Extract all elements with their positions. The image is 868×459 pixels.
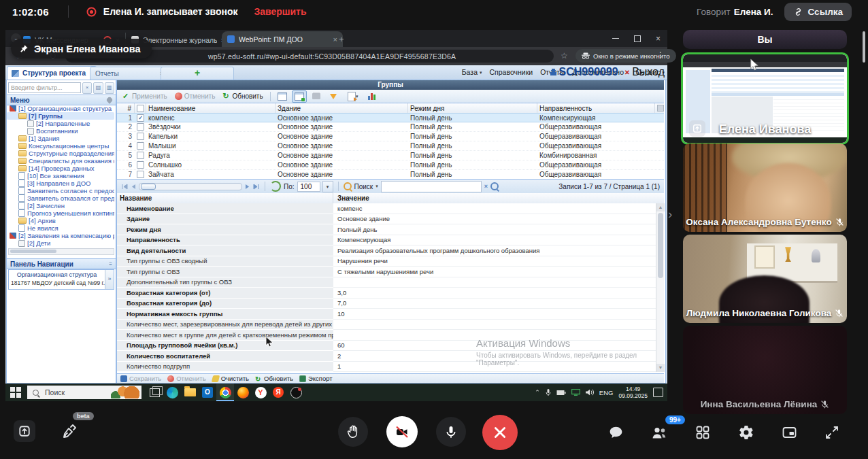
details-column-value[interactable]: Значение	[333, 193, 664, 203]
tray-chevron-icon[interactable]: ⌃	[535, 389, 540, 396]
column-header-num[interactable]: #	[117, 103, 135, 113]
stop-recording-button[interactable]: Завершить	[254, 6, 307, 17]
table-row[interactable]: 4 Малыши Основное здание Полный день Общ…	[117, 141, 664, 151]
raise-hand-button[interactable]	[338, 417, 368, 447]
bookmark-star-icon[interactable]: ☆	[561, 51, 568, 61]
table-row[interactable]: 6 Солнышко Основное здание Полный день О…	[117, 160, 664, 170]
browser-menu-icon[interactable]: ⋮	[656, 50, 665, 60]
expand-nav-button[interactable]: »	[105, 270, 114, 289]
details-scrollbar[interactable]: ▲ ▼	[656, 203, 664, 372]
scroll-up-icon[interactable]: ▲	[656, 203, 665, 211]
scroll-down-icon[interactable]: ▼	[656, 364, 665, 372]
chat-button[interactable]	[607, 424, 624, 441]
tree-item[interactable]: Заявитель согласен с предоставлен	[7, 187, 114, 194]
collapse-panel-icon[interactable]: ≡	[109, 261, 112, 267]
task-view-button[interactable]	[146, 384, 163, 401]
apps-grid-button[interactable]	[695, 424, 711, 441]
org-structure-link[interactable]: Организационная структура	[11, 271, 103, 278]
tree-item[interactable]: [2] Дети	[7, 239, 114, 247]
tree-item[interactable]: Прогноз уменьшения контингента	[7, 209, 114, 217]
camera-toggle-button[interactable]	[386, 416, 418, 447]
tree-item[interactable]: [7] Группы	[7, 112, 114, 120]
participant-tile[interactable]: Оксана Александровна Бутенко	[683, 143, 847, 232]
tray-battery-icon[interactable]	[556, 390, 566, 396]
collapse-all-button[interactable]: ▥	[105, 82, 114, 94]
yandex-button[interactable]: Я	[269, 384, 287, 401]
pin-panel-icon[interactable]	[105, 96, 113, 103]
start-button[interactable]	[10, 387, 21, 398]
search-input[interactable]	[381, 181, 482, 192]
app-tab-reports[interactable]: Отчеты ×	[90, 67, 169, 80]
footer-button[interactable]: Отменить	[167, 375, 205, 382]
footer-button[interactable]: Обновить	[255, 375, 293, 382]
row-checkbox[interactable]	[137, 152, 144, 159]
expand-all-button[interactable]: ▤	[93, 82, 103, 94]
table-row[interactable]: 2 Звёздочки Основное здание Полный день …	[117, 122, 664, 132]
tree-horizontal-scrollbar[interactable]	[8, 248, 114, 255]
select-all-checkbox[interactable]	[137, 105, 144, 112]
tree-item[interactable]: [2] Направленные	[7, 120, 114, 127]
footer-button[interactable]: Экспорт	[299, 375, 333, 382]
row-checkbox[interactable]	[137, 171, 144, 178]
tree-item[interactable]: Заявитель отказался от предоставл	[7, 194, 114, 202]
window-maximize-button[interactable]	[634, 35, 641, 42]
view-detailed-button[interactable]	[292, 90, 307, 103]
last-page-icon[interactable]	[253, 184, 260, 190]
draw-button[interactable]	[59, 420, 80, 442]
export-button[interactable]: ▾	[343, 90, 363, 103]
settings-button[interactable]	[738, 424, 754, 441]
column-header-direction[interactable]: Направленность	[537, 103, 655, 113]
first-page-icon[interactable]	[121, 184, 128, 190]
details-row[interactable]: Режим дня Полный день	[117, 224, 656, 235]
file-explorer-button[interactable]	[181, 384, 199, 401]
column-header-checkbox[interactable]	[135, 103, 146, 113]
tray-volume-icon[interactable]	[586, 389, 594, 396]
column-header-name[interactable]: Наименование	[146, 103, 276, 113]
column-header-mode[interactable]: Режим дня	[408, 103, 537, 113]
tree-item[interactable]: [4] Архив	[7, 217, 114, 224]
scrollbar-thumb[interactable]	[658, 213, 663, 278]
tree-item[interactable]: Специалисты для оказания коррек	[7, 157, 114, 165]
row-checkbox[interactable]	[137, 161, 144, 169]
participant-tile[interactable]: Инна Васильевна Лёвина	[683, 326, 847, 414]
details-row[interactable]: Вид деятельности Реализация образователь…	[117, 245, 656, 256]
print-button[interactable]	[309, 90, 324, 103]
current-user[interactable]: SCH990099	[550, 66, 618, 78]
participant-tile-self[interactable]: Вы	[683, 30, 847, 49]
tree-item[interactable]: Консультационные центры	[7, 142, 114, 150]
tree-item[interactable]: [1] Организационная структура	[7, 105, 114, 112]
table-row[interactable]: 7 Зайчата Основное здание Полный день Об…	[117, 170, 664, 180]
row-checkbox[interactable]	[137, 123, 144, 131]
close-tab-icon[interactable]: ×	[333, 35, 337, 44]
grid-settings-icon[interactable]	[657, 105, 664, 112]
search-label[interactable]: Поиск	[354, 183, 373, 190]
screen-share-button[interactable]	[14, 420, 35, 442]
details-row[interactable]: Нормативная емкость группы 10	[117, 309, 656, 320]
collapse-sidebar-chevron[interactable]: ›	[668, 207, 672, 222]
filter-input[interactable]: Введите фильтр...	[8, 82, 81, 93]
tray-mic-icon[interactable]	[546, 388, 551, 396]
yandex-browser-button[interactable]: Y	[252, 384, 269, 401]
end-call-button[interactable]	[482, 415, 518, 450]
firefox-button[interactable]	[234, 384, 252, 401]
chrome-button[interactable]	[216, 384, 234, 401]
language-indicator[interactable]: ENG	[599, 389, 614, 396]
details-column-name[interactable]: Название	[117, 193, 333, 203]
table-row[interactable]: 5 Радуга Основное здание Полный день Ком…	[117, 151, 664, 160]
details-row[interactable]: Возрастная категория (до) 7,0	[117, 299, 656, 309]
details-row[interactable]: Здание Основное здание	[117, 214, 656, 225]
per-page-dropdown-icon[interactable]: ▾	[322, 181, 333, 192]
table-row[interactable]: 3 Капельки Основное здание Полный день О…	[117, 132, 664, 141]
tray-display-icon[interactable]	[571, 389, 580, 396]
new-tab-button[interactable]: +	[339, 34, 344, 44]
participant-tile-sharing[interactable]: Елена Иванова	[681, 52, 849, 145]
copy-link-button[interactable]: Ссылка	[784, 3, 852, 21]
row-checkbox[interactable]	[137, 142, 144, 150]
tree-item[interactable]: [2] Зачислен	[7, 202, 114, 209]
app-tab-project-structure[interactable]: Структура проекта	[7, 66, 97, 80]
details-row[interactable]: Тип группы с ОВЗ С тяжелыми нарушениями …	[117, 267, 656, 277]
toolbar-button[interactable]: Отменить	[172, 91, 218, 102]
tree-item[interactable]: [14] Проверка данных	[7, 165, 114, 172]
next-page-icon[interactable]	[245, 184, 250, 190]
tree-item[interactable]: [10] Все заявления	[7, 172, 114, 180]
